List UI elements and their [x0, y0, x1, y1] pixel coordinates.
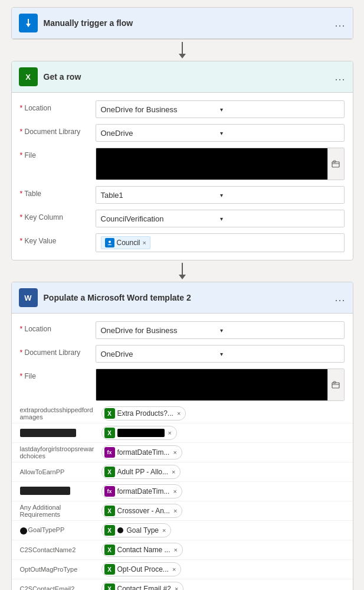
wt-doc-library-dropdown[interactable]: OneDrive ▾: [96, 345, 345, 363]
location-row: * Location OneDrive for Business ▾: [12, 97, 353, 121]
trigger-title: Manually trigger a flow: [44, 18, 329, 28]
trigger-card: Manually trigger a flow ...: [11, 7, 353, 40]
tf-value-3[interactable]: X Adult PP - Allo... ×: [101, 465, 345, 479]
tf-value-2[interactable]: fx formatDateTim... ×: [101, 445, 345, 459]
tf-value-4[interactable]: fx formatDateTim... ×: [101, 484, 345, 498]
wt-location-dropdown[interactable]: OneDrive for Business ▾: [96, 321, 345, 339]
doc-library-value[interactable]: OneDrive ▾: [96, 124, 345, 142]
tf-chip-close-8[interactable]: ×: [172, 566, 176, 573]
tf-chip-9[interactable]: X Contact Email #2 ×: [101, 582, 184, 590]
tf-chip-1[interactable]: X ×: [101, 426, 177, 440]
tf-label-0: extraproductsshippedfordamages: [20, 406, 97, 421]
tf-value-8[interactable]: X Opt-Out Proce... ×: [101, 562, 345, 576]
wt-file-field-content: [96, 369, 327, 400]
wt-location-row: * Location OneDrive for Business ▾: [12, 318, 353, 342]
tf-row-8: OptOutMagProType X Opt-Out Proce... ×: [12, 560, 353, 579]
council-tag-close[interactable]: ×: [143, 239, 146, 246]
key-value-value[interactable]: Council ×: [96, 233, 345, 252]
wt-doc-library-value[interactable]: OneDrive ▾: [96, 345, 345, 363]
tf-label-8: OptOutMagProType: [20, 566, 97, 573]
doc-library-dropdown[interactable]: OneDrive ▾: [96, 124, 345, 142]
tf-label-2: lastdayforgirlstroopsrewardchoices: [20, 445, 97, 459]
tf-chip-7[interactable]: X Contact Name ... ×: [101, 543, 183, 557]
tf-chip-2[interactable]: fx formatDateTim... ×: [101, 445, 182, 459]
tf-row-7: C2SContactName2 X Contact Name ... ×: [12, 540, 353, 560]
table-dropdown[interactable]: Table1 ▾: [96, 186, 345, 204]
tf-chip-icon-2: fx: [104, 447, 115, 458]
tf-value-1[interactable]: X ×: [101, 426, 345, 440]
tf-chip-close-7[interactable]: ×: [174, 546, 178, 553]
tf-value-7[interactable]: X Contact Name ... ×: [101, 543, 345, 557]
tf-chip-4[interactable]: fx formatDateTim... ×: [101, 484, 182, 498]
tf-value-9[interactable]: X Contact Email #2 ×: [101, 582, 345, 590]
table-label: * Table: [20, 186, 91, 198]
location-dropdown[interactable]: OneDrive for Business ▾: [96, 100, 345, 118]
key-column-value[interactable]: CouncilVerification ▾: [96, 210, 345, 227]
tf-chip-close-9[interactable]: ×: [175, 585, 178, 590]
wt-file-value[interactable]: [96, 369, 345, 401]
tf-label-1: [20, 429, 97, 437]
file-value[interactable]: [96, 148, 345, 180]
tf-chip-5[interactable]: X Crossover - An... ×: [101, 504, 183, 518]
wt-location-label: * Location: [20, 321, 91, 333]
trigger-menu[interactable]: ...: [335, 17, 345, 30]
word-template-card: W Populate a Microsoft Word template 2 .…: [11, 282, 353, 590]
file-label: * File: [20, 148, 91, 159]
tf-chip-6[interactable]: X Goal Type ×: [101, 523, 172, 537]
tf-chip-icon-3: X: [104, 467, 115, 477]
key-column-chevron: ▾: [220, 216, 339, 222]
wt-file-label: * File: [20, 369, 91, 380]
doc-library-label: * Document Library: [20, 124, 91, 136]
wt-location-chevron: ▾: [220, 327, 339, 334]
get-row-menu[interactable]: ...: [335, 71, 345, 83]
tf-chip-icon-1: X: [104, 428, 115, 438]
tf-chip-close-3[interactable]: ×: [172, 468, 175, 475]
word-template-icon: W: [19, 288, 38, 307]
tf-chip-close-5[interactable]: ×: [173, 507, 177, 514]
tf-chip-icon-4: fx: [104, 486, 115, 497]
location-label: * Location: [20, 100, 91, 112]
file-browse-button[interactable]: [327, 148, 344, 180]
tf-chip-text-2: formatDateTim...: [117, 448, 170, 457]
key-column-row: * Key Column CouncilVerification ▾: [12, 207, 353, 230]
tf-chip-3[interactable]: X Adult PP - Allo... ×: [101, 465, 181, 479]
arrow-1: [179, 40, 186, 61]
tf-chip-text-8: Opt-Out Proce...: [117, 565, 169, 573]
arrow-2: [179, 260, 186, 282]
table-value[interactable]: Table1 ▾: [96, 186, 345, 204]
wt-doc-library-chevron: ▾: [220, 351, 339, 357]
tf-chip-0[interactable]: X Extra Products?... ×: [101, 406, 186, 421]
tf-row-2: lastdayforgirlstroopsrewardchoices fx fo…: [12, 443, 353, 462]
tf-chip-icon-0: X: [104, 408, 115, 419]
wt-doc-library-label: * Document Library: [20, 345, 91, 357]
get-row-icon: X: [19, 67, 38, 86]
file-field[interactable]: [96, 148, 345, 180]
tf-value-0[interactable]: X Extra Products?... ×: [101, 406, 345, 421]
tf-chip-close-4[interactable]: ×: [173, 488, 176, 495]
key-value-field[interactable]: Council ×: [96, 233, 345, 252]
tf-chip-text-9: Contact Email #2: [117, 585, 171, 590]
tf-chip-close-6[interactable]: ×: [162, 527, 166, 534]
wt-location-value[interactable]: OneDrive for Business ▾: [96, 321, 345, 339]
wt-file-browse-button[interactable]: [327, 369, 344, 400]
tf-row-1: X ×: [12, 423, 353, 443]
key-column-dropdown[interactable]: CouncilVerification ▾: [96, 210, 345, 227]
wt-file-row: * File: [12, 366, 353, 404]
location-value[interactable]: OneDrive for Business ▾: [96, 100, 345, 118]
tf-value-5[interactable]: X Crossover - An... ×: [101, 504, 345, 518]
get-row-card: X Get a row ... * Location OneDrive for …: [11, 61, 353, 260]
word-template-body: * Location OneDrive for Business ▾ * Doc…: [12, 314, 353, 590]
tf-chip-text-1: [117, 429, 165, 437]
word-template-header: W Populate a Microsoft Word template 2 .…: [12, 282, 353, 314]
tf-chip-close-2[interactable]: ×: [173, 449, 176, 456]
wt-file-field[interactable]: [96, 369, 345, 401]
tf-chip-8[interactable]: X Opt-Out Proce... ×: [101, 562, 182, 576]
tf-chip-text-3: Adult PP - Allo...: [117, 468, 169, 476]
tf-chip-close-1[interactable]: ×: [168, 429, 172, 436]
location-chevron: ▾: [220, 106, 339, 113]
tf-chip-text-5: Crossover - An...: [117, 507, 170, 515]
trigger-header: Manually trigger a flow ...: [12, 8, 353, 39]
tf-chip-close-0[interactable]: ×: [177, 410, 181, 417]
word-template-menu[interactable]: ...: [335, 292, 345, 304]
tf-value-6[interactable]: X Goal Type ×: [101, 523, 345, 537]
